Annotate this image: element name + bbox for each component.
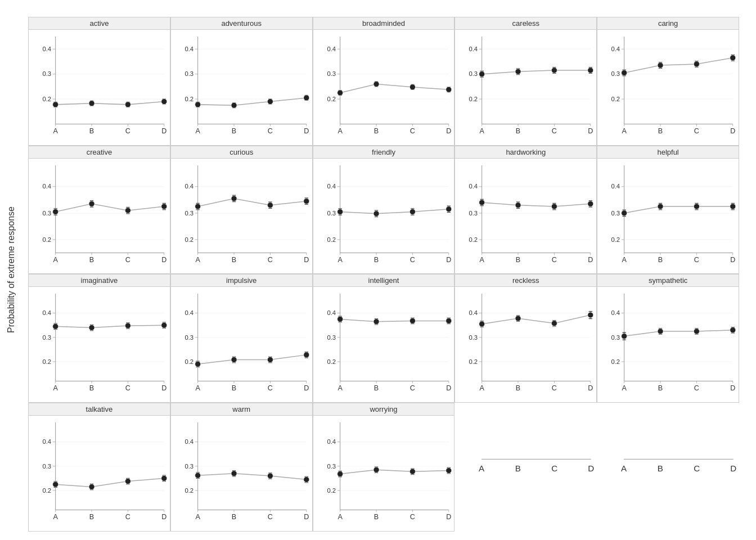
svg-text:B: B [232, 513, 236, 521]
svg-text:0.2: 0.2 [42, 487, 51, 494]
svg-point-419 [304, 352, 309, 358]
svg-text:D: D [730, 127, 735, 135]
panel-content-warm: 0.20.30.4ABCD [171, 416, 312, 531]
panel-warm: warm0.20.30.4ABCD [170, 403, 313, 532]
panel-title-helpful: helpful [597, 146, 739, 159]
svg-point-271 [374, 210, 379, 216]
svg-text:0.4: 0.4 [327, 183, 336, 190]
svg-point-201 [89, 201, 94, 206]
panel-broadminded: broadminded0.20.30.4ABCD [313, 17, 455, 146]
panel-content-adventurous: 0.20.30.4ABCD [171, 30, 312, 145]
svg-text:D: D [730, 464, 736, 473]
svg-point-411 [231, 357, 237, 363]
svg-text:D: D [161, 384, 166, 392]
svg-point-100 [410, 84, 415, 90]
svg-text:0.2: 0.2 [42, 236, 51, 242]
svg-text:B: B [89, 513, 94, 521]
svg-point-69 [304, 95, 309, 101]
svg-text:0.4: 0.4 [184, 310, 194, 317]
panel-title-worrying: worrying [313, 403, 454, 416]
svg-point-442 [337, 317, 343, 322]
panel-creative: creative0.20.30.4ABCD [28, 146, 170, 274]
svg-text:D: D [304, 384, 309, 392]
panel-content-active: 0.20.30.4ABCD [29, 30, 170, 145]
svg-text:0.2: 0.2 [327, 236, 336, 242]
svg-text:0.3: 0.3 [327, 209, 336, 216]
panel-title-adventurous: adventurous [171, 17, 312, 30]
svg-text:0.3: 0.3 [42, 209, 51, 216]
panel-active: active0.20.30.4ABCD [28, 17, 170, 146]
svg-text:0.3: 0.3 [184, 334, 194, 341]
panel-content-talkative: 0.20.30.4ABCD [29, 416, 170, 531]
svg-point-345 [694, 204, 700, 209]
svg-point-57 [195, 102, 200, 107]
svg-point-477 [479, 321, 485, 327]
svg-text:C: C [268, 513, 273, 521]
svg-point-197 [53, 209, 58, 214]
svg-text:D: D [304, 255, 309, 263]
svg-text:C: C [410, 513, 415, 521]
panel-hardworking: hardworking0.20.30.4ABCD [454, 146, 597, 274]
svg-point-520 [694, 328, 700, 334]
panel-content-creative: 0.20.30.4ABCD [29, 159, 170, 274]
svg-text:A: A [338, 384, 343, 392]
svg-text:B: B [374, 127, 378, 135]
svg-point-34 [161, 99, 167, 105]
panel-title-curious: curious [171, 146, 312, 159]
svg-text:B: B [516, 255, 520, 263]
svg-text:0.4: 0.4 [42, 310, 51, 317]
svg-text:D: D [588, 384, 593, 392]
panel-title-reckless: reckless [455, 274, 596, 287]
svg-point-384 [161, 322, 167, 328]
svg-point-629 [446, 467, 451, 473]
svg-point-205 [125, 208, 130, 213]
svg-text:A: A [622, 255, 627, 263]
svg-text:0.3: 0.3 [184, 462, 194, 469]
svg-point-481 [515, 316, 521, 321]
svg-text:A: A [480, 384, 485, 392]
svg-text:D: D [588, 255, 593, 263]
svg-point-61 [231, 102, 237, 108]
svg-text:0.3: 0.3 [184, 70, 194, 77]
panel-title-imaginative: imaginative [29, 274, 170, 287]
panel-title-broadminded: broadminded [313, 17, 454, 30]
svg-text:0.2: 0.2 [184, 236, 194, 242]
svg-point-240 [267, 202, 273, 208]
svg-text:0.3: 0.3 [42, 462, 51, 469]
svg-text:A: A [480, 127, 485, 135]
panel-careless: careless0.20.30.4ABCD [454, 17, 597, 146]
svg-point-127 [479, 71, 485, 77]
svg-text:0.4: 0.4 [327, 310, 336, 317]
svg-text:C: C [268, 255, 273, 263]
svg-text:0.4: 0.4 [469, 183, 478, 190]
svg-text:D: D [304, 127, 309, 135]
svg-point-209 [161, 204, 167, 209]
svg-point-275 [410, 209, 415, 214]
svg-point-372 [53, 324, 58, 330]
svg-text:B: B [232, 384, 236, 392]
svg-text:A: A [622, 384, 627, 392]
svg-point-625 [410, 469, 415, 474]
svg-text:0.3: 0.3 [184, 209, 194, 216]
svg-point-555 [125, 478, 130, 484]
svg-text:B: B [374, 255, 378, 263]
panel-content-intelligent: 0.20.30.4ABCD [313, 287, 454, 402]
panel-content-friendly: 0.20.30.4ABCD [313, 159, 454, 274]
svg-text:0.4: 0.4 [42, 183, 51, 190]
svg-text:0.4: 0.4 [184, 46, 194, 52]
svg-text:0.4: 0.4 [42, 438, 51, 445]
svg-text:C: C [410, 255, 415, 263]
svg-text:0.2: 0.2 [469, 358, 478, 365]
panel-friendly: friendly0.20.30.4ABCD [313, 146, 455, 274]
svg-point-174 [730, 55, 736, 61]
svg-point-547 [53, 482, 58, 487]
svg-text:B: B [515, 464, 521, 473]
svg-point-590 [267, 473, 273, 479]
svg-text:B: B [232, 255, 236, 263]
panel-content-hardworking: 0.20.30.4ABCD [455, 159, 596, 274]
panel-content-curious: 0.20.30.4ABCD [171, 159, 312, 274]
svg-text:C: C [694, 127, 699, 135]
svg-point-279 [446, 206, 451, 212]
svg-point-586 [231, 471, 237, 476]
svg-text:0.2: 0.2 [327, 487, 336, 494]
